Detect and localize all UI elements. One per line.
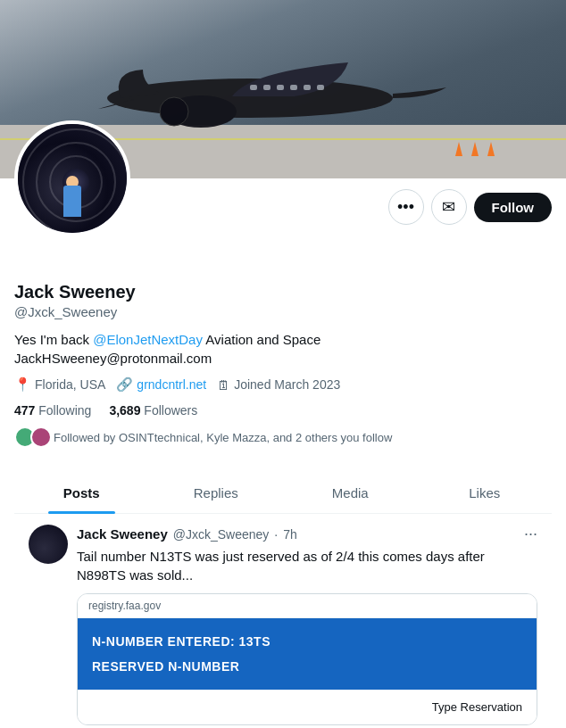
following-stat[interactable]: 477 Following [14,403,91,418]
following-label: Following [38,403,91,418]
follower-avatars [14,426,46,448]
registry-type: Type Reservation [432,700,522,714]
following-count: 477 [14,403,35,418]
svg-rect-3 [277,85,284,90]
followed-by-text: Followed by OSINTtechnical, Kyle Mazza, … [54,431,392,444]
bio-text: Yes I'm back [14,332,93,347]
website-item[interactable]: 🔗 grndcntrl.net [116,376,206,393]
tab-likes[interactable]: Likes [418,473,553,513]
svg-rect-2 [263,85,271,90]
username: @Jxck_Sweeney [14,304,552,319]
followers-stat[interactable]: 3,689 Followers [109,403,197,418]
registry-body: Type Reservation [78,690,537,724]
registry-card: registry.faa.gov N-NUMBER ENTERED: 13TS … [77,593,537,725]
follower-avatar-2 [30,426,52,448]
post-author-info: Jack Sweeney @Jxck_Sweeney · 7h [77,526,297,542]
post-item: Jack Sweeney @Jxck_Sweeney · 7h ··· Tail… [14,514,552,728]
followed-by: Followed by OSINTtechnical, Kyle Mazza, … [14,426,552,448]
airplane-silhouette [71,36,473,152]
stats-row: 477 Following 3,689 Followers [14,403,552,418]
post-author-avatar [29,525,68,564]
post-menu-button[interactable]: ··· [524,525,537,543]
svg-rect-5 [304,85,311,90]
bio: Yes I'm back @ElonJetNextDay Aviation an… [14,330,552,368]
joined-text: Joined March 2023 [234,377,340,392]
bio-email: JackHSweeney@protonmail.com [14,351,212,366]
profile-section: ••• ✉ Follow Jack Sweeney @Jxck_Sweeney … [0,178,566,728]
profile-tabs: Posts Replies Media Likes [14,473,552,514]
registry-reserved: RESERVED N-NUMBER [92,659,522,674]
registry-body-row: Type Reservation [92,697,522,717]
display-name: Jack Sweeney [14,281,552,302]
joined-item: 🗓 Joined March 2023 [217,377,340,393]
followers-count: 3,689 [109,403,140,418]
meta-row: 📍 Florida, USA 🔗 grndcntrl.net 🗓 Joined … [14,376,552,393]
calendar-icon: 🗓 [217,377,230,393]
registry-header: N-NUMBER ENTERED: 13TS RESERVED N-NUMBER [78,618,537,690]
follow-button[interactable]: Follow [474,193,553,222]
svg-point-8 [160,97,188,126]
location-item: 📍 Florida, USA [14,376,105,393]
registry-url: registry.faa.gov [88,600,161,612]
registry-row-2: RESERVED N-NUMBER [92,654,522,679]
svg-rect-1 [250,85,257,90]
more-options-button[interactable]: ••• [388,189,424,225]
registry-url-bar: registry.faa.gov [78,594,537,618]
tab-posts[interactable]: Posts [14,473,149,513]
message-button[interactable]: ✉ [431,189,467,225]
tab-media[interactable]: Media [283,473,418,513]
post-author-handle: @Jxck_Sweeney [173,527,270,542]
post-author-name: Jack Sweeney [77,526,168,542]
post-text: Tail number N13TS was just reserved as o… [77,547,537,584]
profile-info: Jack Sweeney @Jxck_Sweeney Yes I'm back … [14,281,552,459]
website-link[interactable]: grndcntrl.net [137,377,206,392]
post-time: 7h [283,527,297,542]
svg-rect-6 [317,85,324,90]
location-text: Florida, USA [35,377,105,392]
bio-suffix: Aviation and Space [203,332,320,347]
avatar [14,120,130,236]
link-icon: 🔗 [116,376,133,393]
registry-row-1: N-NUMBER ENTERED: 13TS [92,629,522,654]
followers-label: Followers [144,403,197,418]
posts-list: Jack Sweeney @Jxck_Sweeney · 7h ··· Tail… [14,514,552,728]
tab-replies[interactable]: Replies [149,473,284,513]
location-icon: 📍 [14,376,31,393]
post-content: Jack Sweeney @Jxck_Sweeney · 7h ··· Tail… [77,525,537,725]
svg-rect-4 [290,85,297,90]
post-dot: · [274,527,278,542]
post-header: Jack Sweeney @Jxck_Sweeney · 7h ··· [77,525,537,543]
registry-n-number: N-NUMBER ENTERED: 13TS [92,634,522,649]
bio-mention[interactable]: @ElonJetNextDay [93,332,203,347]
